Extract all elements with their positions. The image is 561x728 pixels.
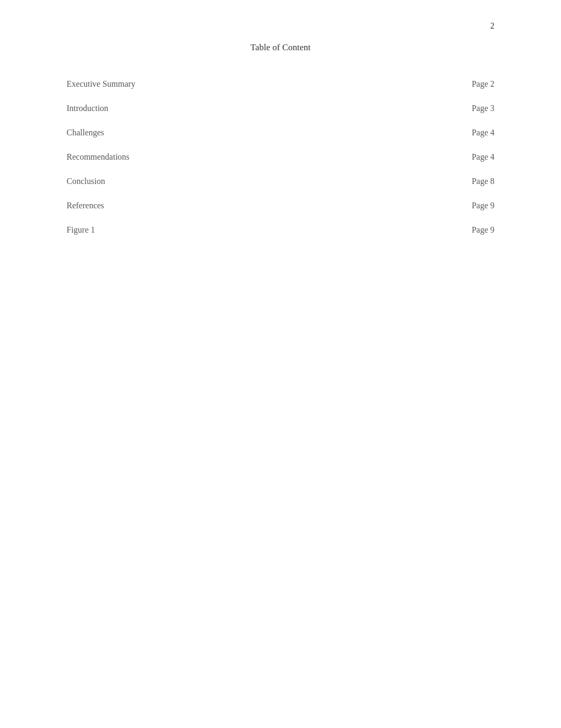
toc-item-page: Page 2 (366, 72, 494, 96)
toc-item-label: References (67, 193, 366, 218)
toc-item-label: Challenges (67, 121, 366, 145)
toc-row: Figure 1Page 9 (67, 218, 494, 242)
toc-row: RecommendationsPage 4 (67, 145, 494, 169)
toc-row: ChallengesPage 4 (67, 121, 494, 145)
toc-item-label: Recommendations (67, 145, 366, 169)
toc-item-page: Page 9 (366, 218, 494, 242)
toc-row: ReferencesPage 9 (67, 193, 494, 218)
toc-item-page: Page 4 (366, 145, 494, 169)
toc-item-label: Introduction (67, 96, 366, 121)
toc-row: IntroductionPage 3 (67, 96, 494, 121)
toc-row: ConclusionPage 8 (67, 169, 494, 193)
toc-table: Executive SummaryPage 2IntroductionPage … (67, 72, 494, 242)
toc-item-label: Executive Summary (67, 72, 366, 96)
toc-title: Table of Content (67, 42, 494, 53)
toc-item-page: Page 9 (366, 193, 494, 218)
toc-row: Executive SummaryPage 2 (67, 72, 494, 96)
toc-item-page: Page 4 (366, 121, 494, 145)
page: 2 Table of Content Executive SummaryPage… (0, 0, 561, 728)
toc-item-page: Page 3 (366, 96, 494, 121)
toc-item-label: Conclusion (67, 169, 366, 193)
toc-item-page: Page 8 (366, 169, 494, 193)
toc-item-label: Figure 1 (67, 218, 366, 242)
page-number: 2 (490, 21, 494, 31)
